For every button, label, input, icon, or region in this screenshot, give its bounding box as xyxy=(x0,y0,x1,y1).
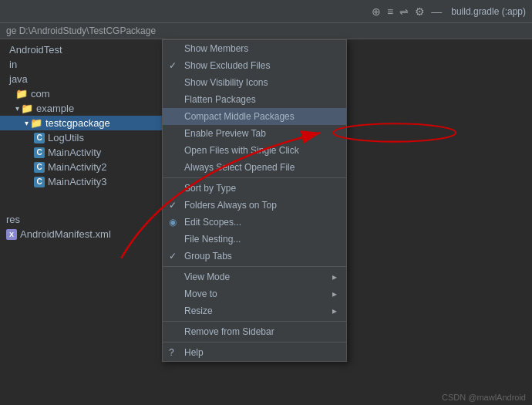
arrow-icon: ▾ xyxy=(25,119,29,127)
tree-item-androidtest[interactable]: AndroidTest xyxy=(0,42,170,57)
menu-label: Compact Middle Packages xyxy=(184,111,295,122)
menu-label: Move to xyxy=(184,289,217,299)
globe-icon[interactable]: ⊕ xyxy=(372,5,381,18)
watermark-text: CSDN @mawlAndroid xyxy=(442,393,526,402)
menu-label: Sort by Type xyxy=(184,183,236,194)
menu-label: Show Visibility Icons xyxy=(184,77,268,88)
class-icon: C xyxy=(34,162,45,173)
tree-item-mainactivity3[interactable]: C MainActivity3 xyxy=(0,174,170,189)
menu-label: Show Members xyxy=(184,43,248,54)
menu-show-members[interactable]: Show Members xyxy=(163,40,346,57)
tree-item-testcgpackage[interactable]: ▾ 📁 testcgpackage xyxy=(0,116,170,130)
context-menu: Show Members ✓ Show Excluded Files Show … xyxy=(162,39,347,362)
watermark: CSDN @mawlAndroid xyxy=(442,393,526,402)
tree-label: LogUtils xyxy=(48,132,84,143)
folder-icon: 📁 xyxy=(21,103,33,114)
toolbar: ⊕ ≡ ⇌ ⚙ — build.gradle (:app) xyxy=(0,0,532,23)
menu-label: Edit Scopes... xyxy=(184,217,241,228)
menu-label: File Nesting... xyxy=(184,234,241,245)
submenu-arrow-icon: ▸ xyxy=(326,272,337,282)
svg-point-1 xyxy=(334,123,456,141)
menu-label: Resize xyxy=(184,305,213,316)
menu-label: Folders Always on Top xyxy=(184,200,277,211)
folder-icon: 📁 xyxy=(30,117,42,129)
class-icon: C xyxy=(34,133,45,143)
submenu-arrow-icon: ▸ xyxy=(326,305,337,316)
menu-edit-scopes[interactable]: ◉ Edit Scopes... xyxy=(163,214,346,231)
menu-label: Flatten Packages xyxy=(184,94,256,105)
menu-label: Enable Preview Tab xyxy=(184,128,266,139)
submenu-arrow-icon: ▸ xyxy=(326,289,337,299)
xml-icon: X xyxy=(6,229,17,240)
tree-item-in[interactable]: in xyxy=(0,57,170,72)
tree-label: example xyxy=(36,103,74,114)
menu-label: Show Excluded Files xyxy=(184,60,270,71)
radio-icon: ◉ xyxy=(169,217,177,228)
tree-item-mainactivity2[interactable]: C MainActivity2 xyxy=(0,160,170,174)
menu-label: Open Files with Single Click xyxy=(184,145,299,156)
menu-label: Remove from Sidebar xyxy=(184,326,274,337)
menu-compact-middle[interactable]: Compact Middle Packages xyxy=(163,108,346,125)
tab-label: build.gradle (:app) xyxy=(451,6,526,17)
menu-remove-sidebar[interactable]: Remove from Sidebar xyxy=(163,323,346,343)
menu-open-single-click[interactable]: Open Files with Single Click xyxy=(163,142,346,159)
check-icon: ✓ xyxy=(169,200,177,211)
tree-item-res[interactable]: res xyxy=(0,212,170,227)
tree-item-java[interactable]: java xyxy=(0,72,170,86)
sort-icon[interactable]: ⇌ xyxy=(399,5,409,18)
menu-file-nesting[interactable]: File Nesting... xyxy=(163,231,346,248)
menu-view-mode[interactable]: View Mode ▸ xyxy=(163,268,346,285)
menu-resize[interactable]: Resize ▸ xyxy=(163,302,346,322)
tree-label: MainActivity2 xyxy=(48,161,107,173)
menu-show-excluded[interactable]: ✓ Show Excluded Files xyxy=(163,57,346,74)
main-area: AndroidTest in java 📁 com ▾ 📁 example ▾ … xyxy=(0,39,532,377)
menu-label: Help xyxy=(184,347,204,358)
menu-label: View Mode xyxy=(184,272,230,282)
folder-icon: 📁 xyxy=(15,88,28,100)
tree-label: java xyxy=(9,73,28,85)
tree-item-androidmanifest[interactable]: X AndroidManifest.xml xyxy=(0,227,170,241)
tree-item-mainactivity[interactable]: C MainActivity xyxy=(0,145,170,160)
tree-item-logutils[interactable]: C LogUtils xyxy=(0,130,170,145)
menu-sort-by-type[interactable]: Sort by Type xyxy=(163,180,346,197)
tree-label: MainActivity xyxy=(48,147,101,158)
tree-item-example[interactable]: ▾ 📁 example xyxy=(0,101,170,116)
menu-folders-on-top[interactable]: ✓ Folders Always on Top xyxy=(163,197,346,214)
menu-flatten-packages[interactable]: Flatten Packages xyxy=(163,91,346,108)
menu-label: Group Tabs xyxy=(184,251,232,262)
tree-label: MainActivity3 xyxy=(48,176,107,187)
tree-item-com[interactable]: 📁 com xyxy=(0,86,170,101)
toolbar-icons: ⊕ ≡ ⇌ ⚙ — build.gradle (:app) xyxy=(372,5,526,18)
menu-show-visibility[interactable]: Show Visibility Icons xyxy=(163,74,346,91)
tree-label: AndroidTest xyxy=(9,44,62,56)
settings-icon[interactable]: ⚙ xyxy=(415,5,425,18)
arrow-icon: ▾ xyxy=(15,104,19,113)
tree-label: in xyxy=(9,59,17,70)
check-icon: ✓ xyxy=(169,251,177,262)
file-tree: AndroidTest in java 📁 com ▾ 📁 example ▾ … xyxy=(0,39,170,377)
menu-move-to[interactable]: Move to ▸ xyxy=(163,285,346,302)
menu-help[interactable]: ? Help xyxy=(163,344,346,361)
menu-always-select[interactable]: Always Select Opened File xyxy=(163,159,346,178)
class-icon: C xyxy=(34,147,45,158)
menu-enable-preview[interactable]: Enable Preview Tab xyxy=(163,125,346,142)
help-icon: ? xyxy=(169,347,174,358)
tree-label: AndroidManifest.xml xyxy=(20,228,111,240)
class-icon: C xyxy=(34,177,45,187)
list-icon[interactable]: ≡ xyxy=(387,5,393,18)
tree-label: testcgpackage xyxy=(45,117,110,129)
menu-group-tabs[interactable]: ✓ Group Tabs xyxy=(163,248,346,267)
menu-label: Always Select Opened File xyxy=(184,162,295,173)
breadcrumb: ge D:\AndroidStudy\TestCGPackage xyxy=(0,23,532,39)
check-icon: ✓ xyxy=(169,60,177,71)
breadcrumb-text: ge D:\AndroidStudy\TestCGPackage xyxy=(6,25,156,36)
tree-label: res xyxy=(6,214,20,225)
tree-label: com xyxy=(31,88,50,100)
minimize-icon[interactable]: — xyxy=(431,5,442,18)
